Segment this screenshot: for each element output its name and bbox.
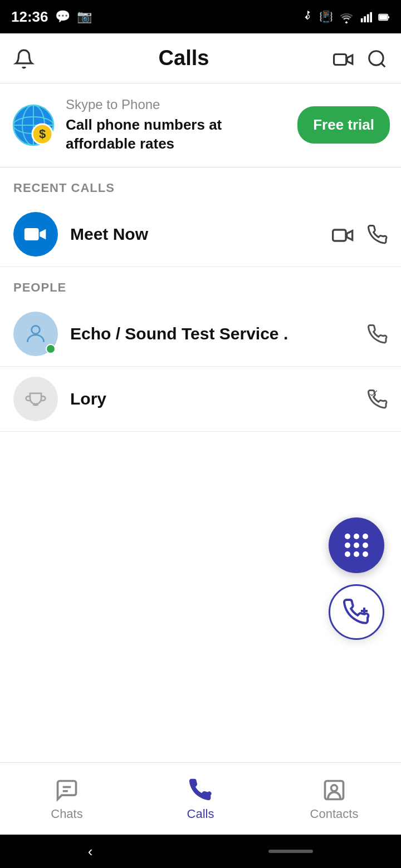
bottom-nav: Chats Calls Contacts [0, 762, 401, 835]
echo-service-item[interactable]: Echo / Sound Test Service . [0, 302, 401, 367]
nav-calls[interactable]: Calls [134, 776, 267, 821]
back-button[interactable]: ‹ [88, 843, 93, 860]
lory-label: Lory [70, 389, 368, 408]
fab-container [329, 517, 384, 640]
meet-now-label: Meet Now [70, 225, 332, 244]
header-action-icons [333, 47, 388, 70]
status-message-icon: 💬 [55, 9, 70, 24]
svg-rect-6 [379, 15, 388, 20]
svg-text:$: $ [39, 127, 46, 141]
header: Calls [0, 33, 401, 83]
svg-rect-17 [25, 228, 39, 240]
video-call-icon[interactable] [333, 47, 354, 69]
banner-desc: Call phone numbers at affordable rates [66, 116, 290, 154]
contacts-nav-icon [322, 776, 346, 802]
chats-nav-label: Chats [51, 807, 82, 821]
echo-call-icon[interactable] [368, 323, 388, 344]
calls-nav-icon [188, 776, 213, 802]
svg-point-8 [369, 51, 383, 65]
svg-rect-2 [367, 14, 369, 23]
phone-call-action-icon[interactable] [368, 223, 388, 245]
free-trial-button[interactable]: Free trial [297, 106, 390, 144]
contacts-nav-label: Contacts [310, 807, 359, 821]
lory-actions [368, 388, 388, 410]
notification-bell-icon[interactable] [13, 47, 35, 70]
dialpad-fab-button[interactable] [329, 517, 384, 573]
signal-icon [360, 9, 372, 24]
meet-now-avatar [13, 212, 58, 257]
svg-rect-18 [333, 230, 346, 241]
vibrate-icon: 📳 [319, 10, 333, 23]
svg-rect-5 [388, 16, 389, 18]
svg-rect-3 [370, 12, 372, 22]
page-title: Calls [159, 46, 209, 70]
calls-nav-label: Calls [187, 807, 214, 821]
skype-to-phone-banner[interactable]: $ Skype to Phone Call phone numbers at a… [0, 83, 401, 167]
echo-service-actions [368, 323, 388, 344]
svg-rect-0 [361, 18, 363, 22]
search-icon[interactable] [366, 47, 388, 70]
main-content: $ Skype to Phone Call phone numbers at a… [0, 83, 401, 751]
banner-text: Skype to Phone Call phone numbers at aff… [66, 97, 290, 154]
people-section-header: PEOPLE [0, 267, 401, 302]
add-call-icon [343, 599, 370, 625]
skype-phone-icon: $ [11, 103, 56, 147]
lory-call-icon[interactable] [368, 388, 388, 410]
svg-point-19 [32, 326, 40, 334]
system-nav-bar: ‹ [0, 835, 401, 868]
status-time: 12:36 [11, 8, 48, 26]
chats-nav-icon [55, 776, 79, 802]
nav-contacts[interactable]: Contacts [267, 776, 401, 821]
svg-rect-7 [334, 55, 346, 65]
meet-now-actions [332, 223, 388, 245]
battery-icon [378, 9, 390, 24]
svg-point-25 [331, 785, 338, 791]
meet-now-item[interactable]: Meet Now [0, 202, 401, 267]
nav-chats[interactable]: Chats [0, 776, 134, 821]
video-call-action-icon[interactable] [332, 224, 354, 244]
status-bar: 12:36 💬 📷 📳 [0, 0, 401, 33]
echo-service-avatar [13, 312, 58, 356]
wifi-icon [339, 9, 354, 24]
online-indicator [46, 344, 56, 354]
dialpad-icon [339, 528, 374, 563]
bluetooth-icon [301, 9, 314, 24]
add-call-fab-button[interactable] [329, 584, 384, 640]
recent-calls-section-header: RECENT CALLS [0, 167, 401, 202]
lory-item[interactable]: Lory [0, 367, 401, 432]
banner-title: Skype to Phone [66, 97, 290, 112]
echo-service-label: Echo / Sound Test Service . [70, 324, 368, 343]
status-camera-icon: 📷 [77, 9, 92, 24]
lory-avatar [13, 377, 58, 421]
home-indicator[interactable] [268, 850, 313, 853]
svg-rect-1 [364, 16, 366, 22]
